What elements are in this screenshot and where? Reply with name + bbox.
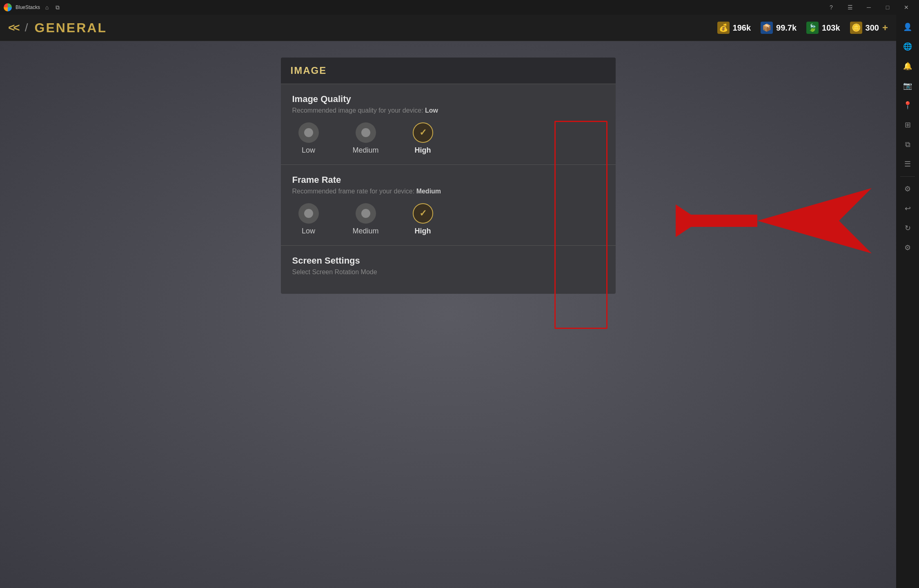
- title-bar-left: BlueStacks ⌂ ⧉: [3, 3, 61, 12]
- home-icon[interactable]: ⌂: [43, 4, 51, 11]
- sidebar-list-icon[interactable]: ☰: [899, 155, 917, 173]
- menu-button[interactable]: ☰: [841, 0, 859, 15]
- sidebar-location-icon[interactable]: 📍: [899, 96, 917, 114]
- green-icon: 🍃: [806, 22, 819, 34]
- currency-blue: 📦 99.7k: [761, 22, 797, 34]
- sidebar-camera-icon[interactable]: 📷: [899, 77, 917, 95]
- frame-rate-medium-radio[interactable]: [356, 203, 376, 224]
- frame-rate-low-label: Low: [302, 227, 315, 235]
- svg-marker-0: [757, 188, 872, 253]
- title-bar-title: BlueStacks: [16, 4, 40, 10]
- maximize-button[interactable]: □: [878, 0, 897, 15]
- screen-settings-subtitle: Select Screen Rotation Mode: [292, 268, 604, 276]
- image-quality-options: Low Medium High: [292, 122, 604, 155]
- currency-gold: 💰 196k: [717, 22, 751, 34]
- image-quality-medium[interactable]: Medium: [349, 122, 382, 155]
- sidebar-bell-icon[interactable]: 🔔: [899, 57, 917, 75]
- radio-inner: [361, 128, 370, 137]
- title-bar: BlueStacks ⌂ ⧉ ? ☰ ─ □ ✕: [0, 0, 919, 15]
- main-content: << / GENERAL 💰 196k 📦 99.7k 🍃 103k: [0, 15, 896, 588]
- header-right: 💰 196k 📦 99.7k 🍃 103k 🪙 300 +: [717, 22, 888, 34]
- sidebar-back-icon[interactable]: ↩: [899, 200, 917, 217]
- screen-settings-title: Screen Settings: [292, 255, 604, 266]
- close-button[interactable]: ✕: [897, 0, 916, 15]
- frame-rate-high-label: High: [415, 227, 431, 235]
- frame-rate-high-radio[interactable]: [413, 203, 433, 224]
- help-button[interactable]: ?: [822, 0, 841, 15]
- frame-rate-medium-label: Medium: [352, 227, 378, 235]
- frame-rate-title: Frame Rate: [292, 175, 604, 185]
- image-quality-high-label: High: [415, 146, 431, 155]
- sidebar-settings-icon[interactable]: ⚙: [899, 180, 917, 198]
- image-quality-low-label: Low: [302, 146, 315, 155]
- radio-inner: [304, 128, 313, 137]
- frame-rate-subtitle: Recommended frame rate for your device: …: [292, 188, 604, 195]
- minimize-button[interactable]: ─: [859, 0, 878, 15]
- frame-rate-low[interactable]: Low: [292, 203, 325, 235]
- image-quality-high-radio[interactable]: [413, 122, 433, 143]
- sidebar-grid-icon[interactable]: ⊞: [899, 116, 917, 134]
- radio-inner: [361, 209, 370, 218]
- frame-rate-low-radio[interactable]: [298, 203, 319, 224]
- page-title: GENERAL: [34, 20, 107, 36]
- add-currency-button[interactable]: +: [882, 22, 888, 33]
- settings-panel: IMAGE Image Quality Recommended image qu…: [281, 58, 616, 294]
- sidebar-gear-icon[interactable]: ⚙: [899, 239, 917, 257]
- blue-value: 99.7k: [776, 23, 797, 33]
- right-sidebar: 👤 🌐 🔔 📷 📍 ⊞ ⧉ ☰ ⚙ ↩ ↻ ⚙: [896, 15, 919, 588]
- bluestacks-logo: [3, 3, 12, 12]
- screen-settings-section: Screen Settings Select Screen Rotation M…: [281, 246, 616, 294]
- gold-value: 196k: [733, 23, 751, 33]
- gold-icon: 💰: [717, 22, 730, 34]
- back-button[interactable]: <<: [8, 21, 18, 34]
- logo-circle-icon: [4, 3, 12, 11]
- frame-rate-medium[interactable]: Medium: [349, 203, 382, 235]
- sidebar-globe-icon[interactable]: 🌐: [899, 38, 917, 55]
- image-quality-medium-radio[interactable]: [356, 122, 376, 143]
- app-area: << / GENERAL 💰 196k 📦 99.7k 🍃 103k: [0, 15, 919, 588]
- image-quality-low[interactable]: Low: [292, 122, 325, 155]
- image-quality-section: Image Quality Recommended image quality …: [281, 84, 616, 165]
- sidebar-refresh-icon[interactable]: ↻: [899, 219, 917, 237]
- title-bar-controls: ? ☰ ─ □ ✕: [822, 0, 916, 15]
- header-left: << / GENERAL: [8, 20, 107, 36]
- frame-rate-section: Frame Rate Recommended frame rate for yo…: [281, 165, 616, 246]
- currency-coins: 🪙 300 +: [850, 22, 888, 34]
- image-quality-subtitle: Recommended image quality for your devic…: [292, 107, 604, 114]
- radio-inner: [304, 209, 313, 218]
- frame-rate-high[interactable]: High: [407, 203, 439, 235]
- svg-marker-2: [676, 204, 700, 237]
- header-bar: << / GENERAL 💰 196k 📦 99.7k 🍃 103k: [0, 15, 896, 41]
- panel-header: IMAGE: [281, 58, 616, 84]
- blue-icon: 📦: [761, 22, 773, 34]
- frame-rate-options: Low Medium High: [292, 203, 604, 235]
- currency-green: 🍃 103k: [806, 22, 840, 34]
- coins-value: 300: [866, 23, 879, 33]
- game-view: IMAGE Image Quality Recommended image qu…: [0, 41, 896, 588]
- svg-marker-1: [676, 215, 757, 227]
- image-quality-medium-label: Medium: [352, 146, 378, 155]
- image-quality-title: Image Quality: [292, 94, 604, 104]
- header-divider: /: [25, 21, 28, 34]
- sidebar-person-icon[interactable]: 👤: [899, 18, 917, 36]
- image-quality-low-radio[interactable]: [298, 122, 319, 143]
- coins-icon: 🪙: [850, 22, 862, 34]
- layers-icon[interactable]: ⧉: [54, 4, 61, 11]
- red-arrow-icon: [676, 180, 872, 262]
- image-quality-high[interactable]: High: [407, 122, 439, 155]
- panel-header-title: IMAGE: [291, 65, 327, 76]
- sidebar-divider: [900, 176, 915, 177]
- green-value: 103k: [822, 23, 840, 33]
- sidebar-layers-icon[interactable]: ⧉: [899, 135, 917, 153]
